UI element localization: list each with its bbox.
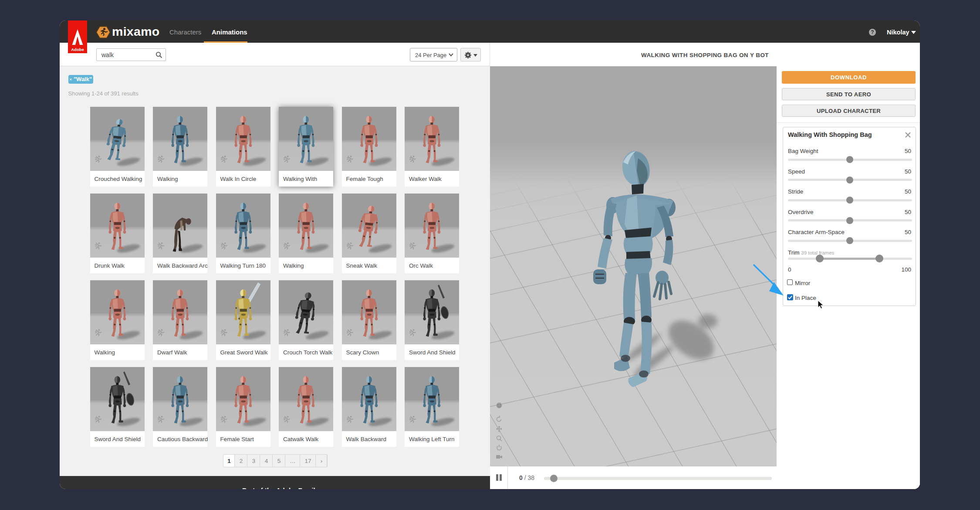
svg-text:Adobe: Adobe bbox=[71, 47, 84, 52]
